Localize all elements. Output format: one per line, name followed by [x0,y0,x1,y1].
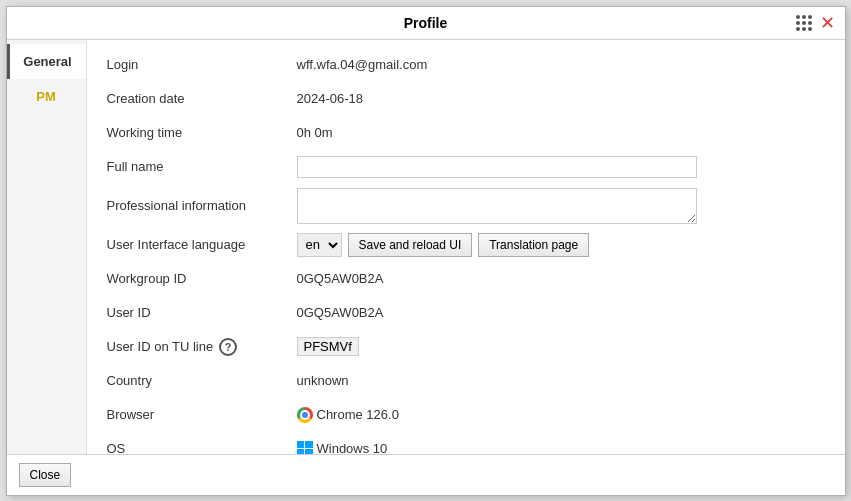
sidebar-item-general[interactable]: General [7,44,86,79]
sidebar-item-pm[interactable]: PM [7,79,86,114]
chrome-icon [297,407,313,423]
dots-icon[interactable] [796,15,812,31]
browser-value: Chrome 126.0 [317,407,399,422]
windows-icon [297,441,313,454]
full-name-row: Full name [107,154,825,180]
dialog-title: Profile [404,15,448,31]
title-bar: Profile ✕ [7,7,845,40]
professional-info-label: Professional information [107,198,297,213]
user-id-tu-row: User ID on TU line ? PFSMVf [107,334,825,360]
translation-page-button[interactable]: Translation page [478,233,589,257]
login-label: Login [107,57,297,72]
browser-label: Browser [107,407,297,422]
browser-row: Browser Chrome 126.0 [107,402,825,428]
ui-language-row: User Interface language en fr de es Save… [107,232,825,258]
os-value: Windows 10 [317,441,388,454]
close-button[interactable]: Close [19,463,72,487]
user-id-tu-label: User ID on TU line [107,339,214,354]
dialog-body: General PM Login wff.wfa.04@gmail.com Cr… [7,40,845,454]
main-content: Login wff.wfa.04@gmail.com Creation date… [87,40,845,454]
country-row: Country unknown [107,368,825,394]
country-value: unknown [297,373,349,388]
working-time-row: Working time 0h 0m [107,120,825,146]
footer: Close [7,454,845,495]
professional-info-row: Professional information [107,188,825,224]
os-row: OS Windows 10 [107,436,825,454]
ui-language-label: User Interface language [107,237,297,252]
user-id-tu-value: PFSMVf [297,337,359,356]
full-name-label: Full name [107,159,297,174]
working-time-label: Working time [107,125,297,140]
creation-date-label: Creation date [107,91,297,106]
user-id-label: User ID [107,305,297,320]
professional-info-input[interactable] [297,188,697,224]
help-icon[interactable]: ? [219,338,237,356]
save-reload-button[interactable]: Save and reload UI [348,233,473,257]
user-id-row: User ID 0GQ5AW0B2A [107,300,825,326]
creation-date-value: 2024-06-18 [297,91,364,106]
workgroup-id-label: Workgroup ID [107,271,297,286]
login-value: wff.wfa.04@gmail.com [297,57,428,72]
country-label: Country [107,373,297,388]
title-bar-icons: ✕ [796,14,835,32]
workgroup-id-value: 0GQ5AW0B2A [297,271,384,286]
close-icon[interactable]: ✕ [820,14,835,32]
browser-value-group: Chrome 126.0 [297,407,399,423]
workgroup-id-row: Workgroup ID 0GQ5AW0B2A [107,266,825,292]
login-row: Login wff.wfa.04@gmail.com [107,52,825,78]
user-id-tu-label-group: User ID on TU line ? [107,338,297,356]
language-select[interactable]: en fr de es [297,233,342,257]
profile-dialog: Profile ✕ General PM Login wff.w [6,6,846,496]
os-label: OS [107,441,297,454]
full-name-input[interactable] [297,156,697,178]
user-id-value: 0GQ5AW0B2A [297,305,384,320]
os-value-group: Windows 10 [297,441,388,454]
sidebar: General PM [7,40,87,454]
lang-controls: en fr de es Save and reload UI Translati… [297,233,590,257]
working-time-value: 0h 0m [297,125,333,140]
creation-date-row: Creation date 2024-06-18 [107,86,825,112]
